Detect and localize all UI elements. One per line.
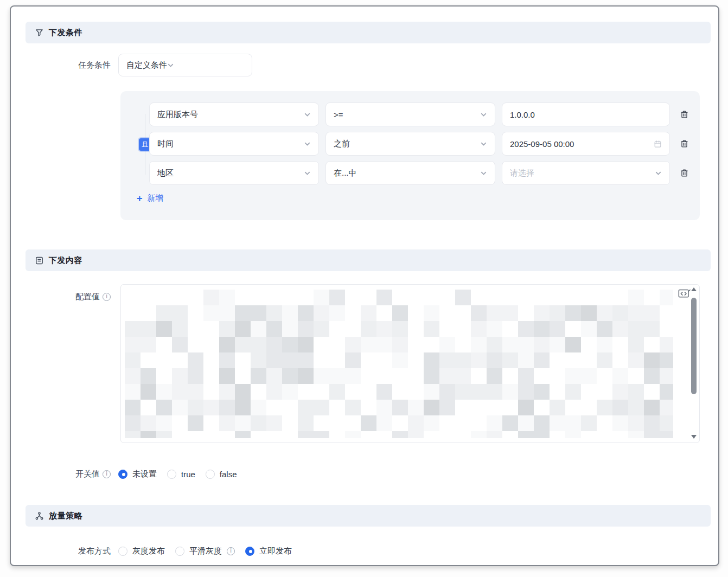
add-condition-button[interactable]: + 新增 — [137, 193, 164, 203]
condition-field-select[interactable]: 应用版本号 — [149, 102, 319, 126]
condition-operator-select[interactable]: 在...中 — [325, 161, 495, 185]
release-method-label: 发布方式 — [24, 544, 111, 557]
document-icon — [35, 256, 44, 265]
chevron-down-icon — [480, 140, 487, 148]
funnel-icon — [35, 28, 44, 37]
config-value-label: 配置值 i — [24, 291, 111, 303]
radio-icon — [167, 470, 176, 479]
chevron-down-icon — [304, 140, 311, 148]
condition-row: 地区 在...中 请选择 — [149, 161, 690, 185]
chevron-down-icon — [304, 170, 311, 177]
radio-option-gray-release[interactable]: 灰度发布 — [118, 546, 165, 556]
radio-option-unset[interactable]: 未设置 — [118, 469, 157, 479]
radio-option-true[interactable]: true — [167, 470, 195, 479]
task-condition-value: 自定义条件 — [126, 60, 167, 70]
condition-date-input[interactable]: 2025-09-05 00:00 — [502, 132, 670, 156]
radio-icon — [118, 470, 127, 479]
scroll-up-arrow-icon[interactable] — [691, 287, 697, 291]
code-view-icon[interactable] — [678, 288, 691, 299]
task-condition-select[interactable]: 自定义条件 — [118, 54, 252, 76]
chevron-down-icon — [304, 111, 311, 118]
task-condition-label: 任务条件 — [24, 54, 111, 76]
editor-scrollbar[interactable] — [689, 286, 698, 441]
switch-value-label: 开关值 i — [24, 467, 111, 480]
calendar-icon — [654, 140, 662, 148]
radio-icon — [175, 547, 184, 556]
info-icon[interactable]: i — [103, 470, 111, 478]
radio-icon — [206, 470, 215, 479]
radio-option-false[interactable]: false — [206, 470, 237, 479]
section-title: 下发条件 — [49, 28, 82, 38]
scroll-down-arrow-icon[interactable] — [691, 435, 697, 439]
radio-icon — [118, 547, 127, 556]
trash-icon[interactable] — [679, 167, 690, 179]
release-method-radio-group: 灰度发布 平滑灰度 i 立即发布 — [118, 544, 292, 557]
chevron-down-icon — [655, 170, 662, 177]
config-editor-blurred-content — [125, 290, 673, 438]
chevron-down-icon — [167, 62, 174, 69]
condition-value-input[interactable]: 1.0.0.0 — [502, 102, 670, 126]
trash-icon[interactable] — [679, 138, 690, 150]
section-header-content: 下发内容 — [25, 249, 711, 271]
condition-field-select[interactable]: 地区 — [149, 161, 319, 185]
plus-icon: + — [137, 194, 143, 203]
condition-row: 应用版本号 >= 1.0.0.0 — [149, 102, 690, 126]
condition-group-panel: 且 应用版本号 >= 1.0.0.0 — [120, 91, 700, 220]
condition-operator-select[interactable]: 之前 — [325, 132, 495, 156]
config-value-editor[interactable] — [120, 284, 700, 443]
condition-field-select[interactable]: 时间 — [149, 132, 319, 156]
section-header-conditions: 下发条件 — [25, 22, 711, 43]
form-card: 下发条件 任务条件 自定义条件 且 应用版本号 >= 1. — [10, 5, 719, 566]
section-title: 下发内容 — [49, 255, 82, 266]
radio-icon — [245, 547, 254, 556]
radio-option-smooth-gray[interactable]: 平滑灰度 i — [175, 546, 235, 556]
radio-option-immediate-release[interactable]: 立即发布 — [245, 546, 292, 556]
switch-value-radio-group: 未设置 true false — [118, 467, 237, 480]
condition-operator-select[interactable]: >= — [325, 102, 495, 126]
chevron-down-icon — [480, 170, 487, 177]
condition-value-select[interactable]: 请选择 — [502, 161, 670, 185]
section-title: 放量策略 — [49, 511, 82, 521]
trash-icon[interactable] — [679, 108, 690, 120]
condition-row: 时间 之前 2025-09-05 00:00 — [149, 132, 690, 156]
info-icon[interactable]: i — [227, 547, 235, 555]
info-icon[interactable]: i — [103, 293, 111, 301]
scrollbar-thumb[interactable] — [691, 298, 697, 394]
section-header-rollout: 放量策略 — [25, 505, 711, 527]
sitemap-icon — [35, 511, 44, 521]
chevron-down-icon — [480, 111, 487, 118]
